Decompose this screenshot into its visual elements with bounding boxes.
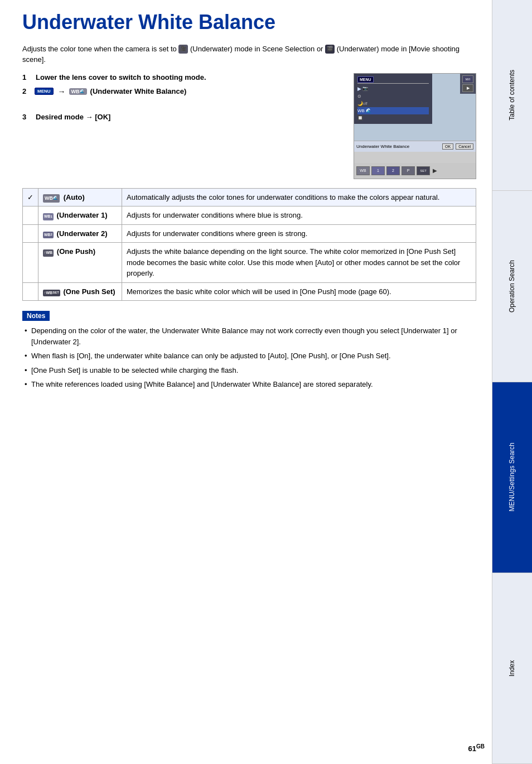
u2-icon: WB2 [43, 232, 54, 239]
underwater-mode-icon: 🎥 [178, 45, 188, 54]
thumb-1: WB [356, 166, 370, 175]
mode-cell-onepushset: ↑WBSET (One Push Set) [38, 282, 122, 301]
page-number: 61GB [468, 743, 485, 753]
uwb-ok-cancel-buttons: OK Cancel [442, 143, 473, 150]
mode-name-u2: (Underwater 2) [57, 229, 108, 238]
mode-desc-u2: Adjusts for underwater conditions where … [122, 224, 476, 243]
mode-name-onepushset: (One Push Set) [63, 287, 115, 296]
check-cell-auto: ✓ [23, 188, 38, 206]
page-title: Underwater White Balance [22, 11, 476, 33]
camera-screen-display: MENU ▶ 📷 ⊙ 🌙off WB 🌊 [354, 74, 476, 141]
tab-menu-settings-search[interactable]: MENU/Settings Search [492, 382, 532, 573]
table-row-onepush: ↑WB (One Push) Adjusts the white balance… [23, 243, 476, 283]
step-1-text: Lower the lens cover to switch to shooti… [36, 73, 206, 81]
step-2-number: 2 [22, 87, 30, 95]
arrow-right: → [58, 87, 66, 96]
step-1-number: 1 [22, 73, 30, 81]
tab-table-of-contents[interactable]: Table of contents [492, 0, 532, 191]
notes-label: Notes [22, 311, 50, 321]
step-3-text: Desired mode → [OK] [36, 113, 110, 121]
steps-and-screenshot: 1 Lower the lens cover to switch to shoo… [22, 73, 476, 179]
uwb-cancel-button: Cancel [456, 143, 473, 150]
check-cell-u1 [23, 206, 38, 225]
notes-section: Notes Depending on the color of the wate… [22, 311, 476, 390]
mode-cell-onepush: ↑WB (One Push) [38, 243, 122, 283]
onepushset-icon: ↑WBSET [43, 290, 60, 297]
camera-menu-list: MENU ▶ 📷 ⊙ 🌙off WB 🌊 [354, 74, 432, 124]
check-cell-onepush [23, 243, 38, 283]
table-row-u2: WB2 (Underwater 2) Adjusts for underwate… [23, 224, 476, 243]
thumb-arrow: ▶ [433, 167, 437, 174]
step-3-number: 3 [22, 113, 30, 121]
menu-button-icon: MENU [35, 88, 54, 95]
tab-index[interactable]: Index [492, 573, 532, 764]
note-item-2: When flash is [On], the underwater white… [22, 350, 476, 362]
step-2-text: (Underwater White Balance) [90, 87, 187, 95]
step-2: 2 MENU → WB🌊 (Underwater White Balance) [22, 87, 342, 96]
table-row-u1: WB1 (Underwater 1) Adjusts for underwate… [23, 206, 476, 225]
uwb-ok-button: OK [442, 143, 453, 150]
thumb-3: 2 [386, 166, 400, 175]
table-row-onepushset: ↑WBSET (One Push Set) Memorizes the basi… [23, 282, 476, 301]
side-icon-2: ▶ [462, 84, 473, 92]
steps-left: 1 Lower the lens cover to switch to shoo… [22, 73, 342, 127]
thumb-4: P [402, 166, 415, 175]
mode-desc-u1: Adjusts for underwater conditions where … [122, 206, 476, 225]
mode-cell-auto: WB🌊 (Auto) [38, 188, 122, 206]
intro-text: Adjusts the color tone when the camera i… [22, 44, 476, 65]
tab-operation-search[interactable]: Operation Search [492, 191, 532, 382]
note-item-1: Depending on the color of the water, the… [22, 325, 476, 347]
side-icon-1: M/I [462, 75, 473, 83]
mode-table: ✓ WB🌊 (Auto) Automatically adjusts the c… [22, 188, 476, 301]
mode-desc-onepush: Adjusts the white balance depending on t… [122, 243, 476, 283]
camera-screenshot: MENU ▶ 📷 ⊙ 🌙off WB 🌊 [354, 73, 476, 179]
mode-cell-u2: WB2 (Underwater 2) [38, 224, 122, 243]
camera-bottom-thumbnails: WB 1 2 P SET ▶ [354, 163, 476, 179]
check-cell-onepushset [23, 282, 38, 301]
u1-icon: WB1 [43, 213, 54, 220]
note-item-3: [One Push Set] is unable to be selected … [22, 365, 476, 376]
check-cell-u2 [23, 224, 38, 243]
thumb-5: SET [417, 166, 430, 175]
wb-mode-icon: WB🌊 [69, 88, 87, 95]
camera-side-icons: M/I ▶ [460, 74, 476, 94]
step-3: 3 Desired mode → [OK] [22, 113, 342, 121]
mode-name-auto: (Auto) [64, 193, 85, 201]
auto-wb-icon: WB🌊 [43, 194, 60, 203]
uwb-label-bar: Underwater White Balance OK Cancel [354, 141, 476, 152]
mode-desc-onepushset: Memorizes the basic white color which wi… [122, 282, 476, 301]
uwb-label: Underwater White Balance [356, 144, 409, 149]
right-sidebar: Table of contents Operation Search MENU/… [492, 0, 532, 764]
movie-underwater-icon: 🎬 [325, 45, 335, 54]
main-content: Underwater White Balance Adjusts the col… [17, 0, 487, 405]
notes-list: Depending on the color of the water, the… [22, 325, 476, 390]
camera-grey-area [354, 152, 476, 163]
step-1: 1 Lower the lens cover to switch to shoo… [22, 73, 342, 81]
onepush-icon: ↑WB [43, 249, 54, 257]
mode-desc-auto: Automatically adjusts the color tones fo… [122, 188, 476, 206]
thumb-2: 1 [371, 166, 385, 175]
table-row-auto: ✓ WB🌊 (Auto) Automatically adjusts the c… [23, 188, 476, 206]
note-item-4: The white references loaded using [White… [22, 379, 476, 390]
mode-name-u1: (Underwater 1) [57, 211, 108, 219]
mode-name-onepush: (One Push) [57, 247, 95, 256]
mode-cell-u1: WB1 (Underwater 1) [38, 206, 122, 225]
